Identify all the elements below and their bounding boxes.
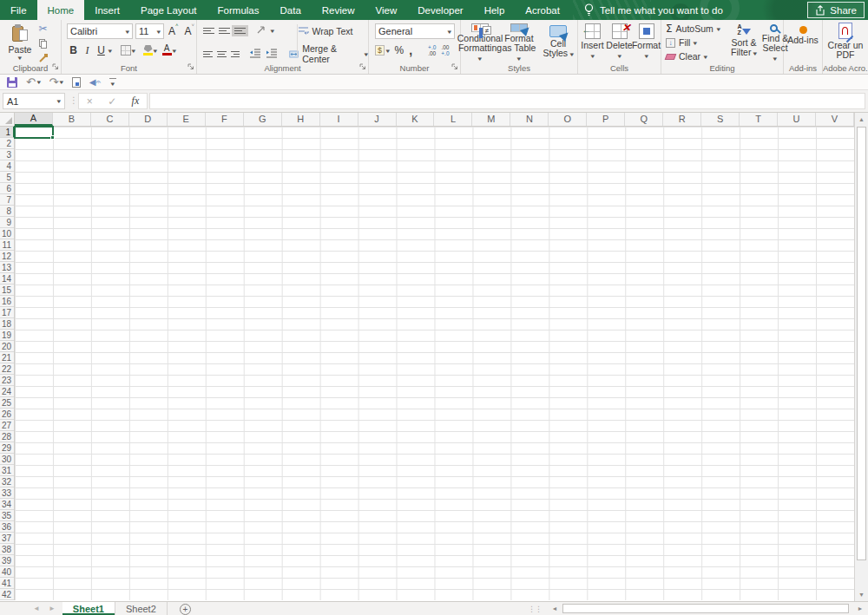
clipboard-dialog-launcher[interactable] [52, 62, 59, 72]
horizontal-scrollbar-thumb[interactable] [562, 604, 849, 613]
row-header-40[interactable]: 40 [0, 566, 14, 578]
column-header-q[interactable]: Q [625, 113, 663, 126]
decrease-decimal-button[interactable]: .00+.0 [441, 43, 449, 57]
row-header-35[interactable]: 35 [0, 510, 14, 521]
orientation-dropdown-icon[interactable]: ▾ [270, 28, 274, 34]
borders-dropdown-icon[interactable]: ▾ [131, 48, 135, 54]
row-header-37[interactable]: 37 [0, 533, 14, 544]
font-color-dropdown-icon[interactable]: ▾ [172, 48, 176, 54]
column-header-n[interactable]: N [510, 113, 549, 126]
row-header-29[interactable]: 29 [0, 442, 14, 454]
fill-color-dropdown-icon[interactable]: ▾ [154, 48, 158, 54]
sheet-nav-right-icon[interactable]: ► [49, 605, 56, 612]
row-header-4[interactable]: 4 [0, 160, 14, 172]
number-dialog-launcher[interactable] [451, 62, 458, 72]
italic-button[interactable]: I [81, 43, 94, 57]
sort-filter-button[interactable]: AZ Sort & Filter ▾ [729, 21, 759, 62]
font-color-button[interactable]: A [162, 43, 172, 57]
column-header-e[interactable]: E [168, 113, 206, 126]
row-header-23[interactable]: 23 [0, 375, 14, 386]
fill-handle[interactable] [50, 135, 55, 140]
underline-dropdown-icon[interactable]: ▾ [108, 48, 112, 54]
column-header-b[interactable]: B [53, 113, 91, 126]
scroll-up-icon[interactable]: ▲ [855, 113, 868, 126]
document-quick-button[interactable] [72, 77, 81, 88]
row-header-22[interactable]: 22 [0, 363, 14, 375]
sheet-nav-left-icon[interactable]: ◄ [33, 605, 40, 612]
column-header-r[interactable]: R [663, 113, 701, 126]
number-format-combo[interactable]: General▾ [375, 23, 455, 39]
increase-decimal-button[interactable]: +.0.00 [428, 43, 436, 57]
row-header-13[interactable]: 13 [0, 262, 14, 273]
row-header-20[interactable]: 20 [0, 341, 14, 352]
column-header-o[interactable]: O [549, 113, 587, 126]
row-header-38[interactable]: 38 [0, 544, 14, 555]
redo-button[interactable]: ↷▾ [49, 76, 62, 88]
tab-data[interactable]: Data [270, 0, 312, 20]
row-header-34[interactable]: 34 [0, 499, 14, 510]
row-header-1[interactable]: 1 [0, 127, 15, 138]
tab-view[interactable]: View [365, 0, 408, 20]
orientation-button[interactable] [255, 24, 266, 37]
column-header-g[interactable]: G [244, 113, 282, 126]
format-as-table-button[interactable]: Format as Table ▾ [500, 21, 538, 62]
fill-color-button[interactable] [143, 43, 153, 57]
align-left-button[interactable] [203, 51, 213, 57]
grid-cells[interactable] [15, 127, 854, 600]
underline-button[interactable]: U [95, 43, 108, 57]
row-header-30[interactable]: 30 [0, 454, 14, 465]
autosum-button[interactable]: ΣAutoSum▾ [666, 23, 720, 35]
insert-cells-button[interactable]: ← Insert▾ [580, 21, 606, 62]
copy-button[interactable] [36, 37, 49, 49]
row-header-9[interactable]: 9 [0, 217, 14, 228]
select-all-button[interactable] [0, 113, 15, 127]
align-center-button[interactable] [217, 51, 227, 57]
row-header-42[interactable]: 42 [0, 589, 14, 600]
row-header-2[interactable]: 2 [0, 138, 14, 149]
column-header-m[interactable]: M [472, 113, 510, 126]
row-header-10[interactable]: 10 [0, 228, 14, 239]
top-align-button[interactable] [203, 28, 214, 34]
format-painter-button[interactable] [36, 52, 49, 64]
column-header-k[interactable]: K [397, 113, 435, 126]
bottom-align-button[interactable] [234, 28, 246, 34]
cancel-button[interactable]: × [87, 95, 93, 108]
decrease-indent-button[interactable] [249, 49, 261, 60]
row-header-36[interactable]: 36 [0, 521, 14, 533]
bold-button[interactable]: B [67, 43, 80, 57]
row-header-7[interactable]: 7 [0, 194, 14, 206]
decrease-font-size-button[interactable]: A˅ [185, 25, 195, 37]
sheet-tab-sheet2[interactable]: Sheet2 [115, 602, 168, 615]
row-header-5[interactable]: 5 [0, 172, 14, 183]
borders-button[interactable] [121, 43, 131, 57]
middle-align-button[interactable] [219, 28, 230, 34]
row-header-27[interactable]: 27 [0, 420, 14, 431]
alignment-dialog-launcher[interactable] [359, 62, 366, 72]
row-header-25[interactable]: 25 [0, 397, 14, 409]
row-header-11[interactable]: 11 [0, 239, 14, 251]
vertical-scrollbar-thumb[interactable] [857, 127, 866, 560]
column-header-l[interactable]: L [434, 113, 472, 126]
tab-developer[interactable]: Developer [407, 0, 473, 20]
share-button[interactable]: Share [807, 2, 865, 18]
column-header-s[interactable]: S [701, 113, 740, 126]
row-header-33[interactable]: 33 [0, 487, 14, 499]
tell-me-box[interactable]: Tell me what you want to do [584, 0, 723, 20]
vertical-scrollbar[interactable]: ▲ ▼ [854, 113, 868, 601]
row-header-19[interactable]: 19 [0, 330, 14, 341]
tab-file[interactable]: File [0, 0, 37, 20]
tab-home[interactable]: Home [37, 0, 85, 20]
font-name-combo[interactable]: Calibri▾ [67, 23, 133, 39]
font-dialog-launcher[interactable] [187, 62, 194, 72]
increase-indent-button[interactable] [266, 49, 278, 60]
column-header-h[interactable]: H [282, 113, 320, 126]
horizontal-scrollbar[interactable]: ⋮⋮ ◄ ► [521, 602, 868, 615]
undo-button[interactable]: ↶▾ [26, 76, 40, 88]
formula-input[interactable] [149, 93, 865, 109]
tab-review[interactable]: Review [312, 0, 365, 20]
read-aloud-button[interactable]: ◀𝄐 [89, 78, 101, 87]
save-button[interactable] [7, 77, 17, 88]
row-header-6[interactable]: 6 [0, 183, 14, 194]
fill-button[interactable]: ↓Fill▾ [666, 36, 720, 49]
column-header-d[interactable]: D [129, 113, 168, 126]
